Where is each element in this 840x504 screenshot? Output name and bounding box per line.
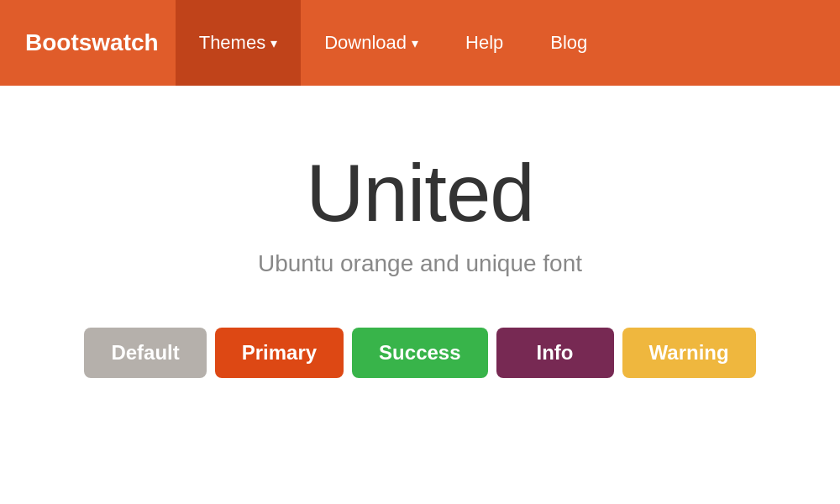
page-subtitle: Ubuntu orange and unique font xyxy=(258,250,582,277)
navbar-item-download[interactable]: Download ▾ xyxy=(301,0,442,86)
help-label: Help xyxy=(465,32,503,54)
download-dropdown-arrow: ▾ xyxy=(412,35,418,51)
navbar-item-help[interactable]: Help xyxy=(442,0,527,86)
navbar-item-blog[interactable]: Blog xyxy=(527,0,611,86)
button-info[interactable]: Info xyxy=(496,328,614,378)
button-success[interactable]: Success xyxy=(352,328,487,378)
button-default[interactable]: Default xyxy=(84,328,206,378)
download-label: Download xyxy=(324,32,407,54)
blog-label: Blog xyxy=(550,32,587,54)
navbar-brand[interactable]: Bootswatch xyxy=(17,0,176,86)
navbar-item-themes[interactable]: Themes ▾ xyxy=(176,0,301,86)
navbar: Bootswatch Themes ▾ Download ▾ Help Blog xyxy=(0,0,840,86)
page-title: United xyxy=(306,153,534,234)
themes-label: Themes xyxy=(199,32,265,54)
button-primary[interactable]: Primary xyxy=(215,328,344,378)
buttons-row: Default Primary Success Info Warning xyxy=(84,328,755,378)
button-warning[interactable]: Warning xyxy=(622,328,756,378)
main-content: United Ubuntu orange and unique font Def… xyxy=(0,86,840,378)
themes-dropdown-arrow: ▾ xyxy=(270,35,277,51)
